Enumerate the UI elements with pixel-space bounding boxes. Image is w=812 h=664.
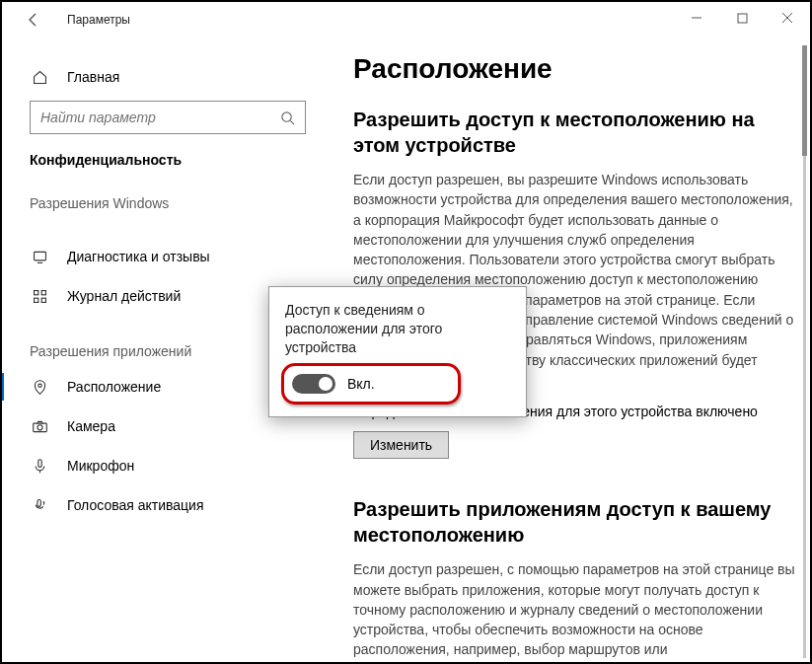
section-heading-device-location: Разрешить доступ к местоположению на это… xyxy=(353,107,800,158)
svg-point-11 xyxy=(37,384,40,387)
page-title: Расположение xyxy=(353,53,800,85)
svg-rect-14 xyxy=(37,459,40,467)
sidebar-section-windows: Разрешения Windows xyxy=(0,195,326,211)
location-toggle[interactable] xyxy=(292,374,335,394)
sidebar-item-label: Диагностика и отзывы xyxy=(67,249,210,264)
svg-rect-1 xyxy=(738,14,747,23)
sidebar-item-voice-activation[interactable]: Голосовая активация xyxy=(0,485,326,525)
svg-rect-6 xyxy=(34,252,45,260)
location-icon xyxy=(30,377,49,397)
sidebar-item-label: Расположение xyxy=(67,379,161,395)
titlebar: Параметры xyxy=(0,0,812,39)
maximize-button[interactable] xyxy=(719,2,765,34)
window-controls xyxy=(674,2,810,34)
scrollbar-thumb[interactable] xyxy=(802,45,807,156)
minimize-button[interactable] xyxy=(674,2,719,34)
sidebar-item-label: Микрофон xyxy=(67,458,134,474)
change-button[interactable]: Изменить xyxy=(353,431,449,459)
toggle-knob xyxy=(319,377,332,391)
svg-rect-8 xyxy=(41,290,45,294)
highlighted-toggle-region: Вкл. xyxy=(281,363,461,405)
search-icon xyxy=(280,111,295,125)
sidebar-item-label: Голосовая активация xyxy=(67,497,204,513)
sidebar-item-label: Камера xyxy=(67,418,115,434)
svg-line-5 xyxy=(290,120,294,124)
search-input[interactable] xyxy=(30,101,306,134)
microphone-icon xyxy=(30,456,49,476)
sidebar-item-label: Журнал действий xyxy=(67,288,181,304)
section-description-apps: Если доступ разрешен, с помощью параметр… xyxy=(353,559,800,659)
svg-rect-9 xyxy=(34,298,37,302)
location-access-popup: Доступ к сведениям о расположении для эт… xyxy=(268,286,527,417)
svg-point-13 xyxy=(37,424,41,429)
history-icon xyxy=(30,286,49,306)
voice-activation-icon xyxy=(30,495,49,515)
svg-rect-7 xyxy=(34,290,37,294)
scrollbar[interactable] xyxy=(803,45,806,658)
sidebar-item-diagnostics[interactable]: Диагностика и отзывы xyxy=(0,237,326,276)
toggle-state-label: Вкл. xyxy=(347,376,375,392)
section-heading-apps-location: Разрешить приложениям доступ к вашему ме… xyxy=(353,496,800,548)
home-icon xyxy=(30,67,49,87)
sidebar-home[interactable]: Главная xyxy=(0,57,326,97)
close-button[interactable] xyxy=(765,2,810,34)
camera-icon xyxy=(30,416,49,436)
feedback-icon xyxy=(30,247,49,266)
sidebar-home-label: Главная xyxy=(67,69,119,85)
sidebar-category: Конфиденциальность xyxy=(0,152,326,168)
window-title: Параметры xyxy=(67,13,130,27)
svg-rect-16 xyxy=(37,499,39,506)
search-field[interactable] xyxy=(40,110,280,125)
svg-point-4 xyxy=(282,111,291,120)
back-icon[interactable] xyxy=(22,8,45,32)
svg-rect-10 xyxy=(41,298,45,302)
popup-title: Доступ к сведениям о расположении для эт… xyxy=(285,301,510,357)
sidebar-item-microphone[interactable]: Микрофон xyxy=(0,446,326,485)
